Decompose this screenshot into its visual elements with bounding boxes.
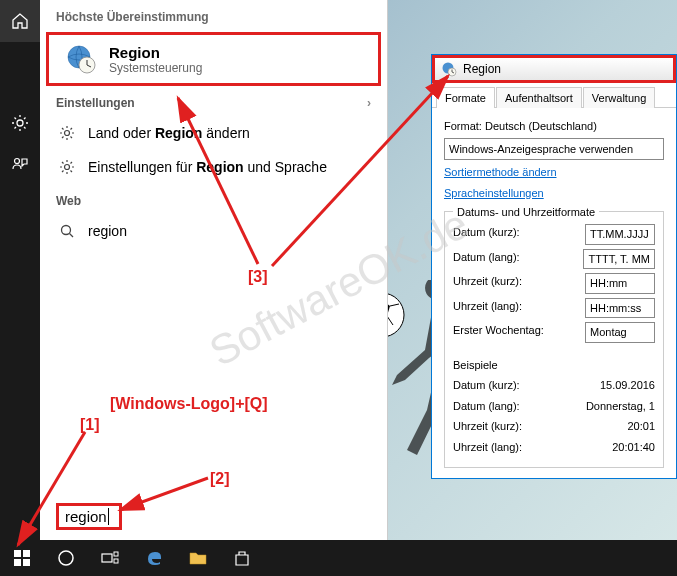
best-match-header: Höchste Übereinstimmung	[40, 0, 387, 32]
example-time-long: Uhrzeit (lang):20:01:40	[453, 439, 655, 456]
search-rail	[0, 0, 40, 540]
edge-button[interactable]	[132, 540, 176, 576]
date-long-field[interactable]: TTTT, T. MM	[583, 249, 655, 270]
tab-formate[interactable]: Formate	[436, 87, 495, 108]
dialog-title-bar[interactable]: Region	[432, 55, 676, 83]
time-long-field[interactable]: HH:mm:ss	[585, 298, 655, 319]
tab-verwaltung[interactable]: Verwaltung	[583, 87, 655, 108]
date-short-field[interactable]: TT.MM.JJJJ	[585, 224, 655, 245]
gear-icon	[58, 158, 76, 176]
gear-icon	[58, 124, 76, 142]
svg-point-8	[62, 226, 71, 235]
category-web: Web	[40, 184, 387, 214]
chevron-right-icon: ›	[367, 96, 371, 110]
first-weekday-field[interactable]: Montag	[585, 322, 655, 343]
windows-logo-icon	[14, 550, 30, 566]
home-icon[interactable]	[0, 0, 40, 42]
globe-clock-icon	[441, 61, 457, 77]
store-icon	[233, 550, 251, 566]
svg-rect-12	[14, 550, 21, 557]
dialog-title: Region	[463, 62, 501, 76]
feedback-icon[interactable]	[0, 144, 40, 186]
example-time-short: Uhrzeit (kurz):20:01	[453, 418, 655, 435]
svg-rect-15	[23, 559, 30, 566]
task-view-button[interactable]	[88, 540, 132, 576]
svg-rect-19	[114, 559, 118, 563]
examples-label: Beispiele	[453, 357, 655, 374]
row-time-short: Uhrzeit (kurz):HH:mm	[453, 273, 655, 294]
format-label: Format:	[444, 120, 482, 132]
result-label: region	[88, 223, 127, 239]
folder-icon	[189, 551, 207, 565]
start-button[interactable]	[0, 540, 44, 576]
datetime-formats-group: Datums- und Uhrzeitformate Datum (kurz):…	[444, 211, 664, 468]
example-date-long: Datum (lang):Donnerstag, 1	[453, 398, 655, 415]
annotation-2: [2]	[210, 470, 230, 488]
link-language-settings[interactable]: Spracheinstellungen	[444, 185, 664, 202]
task-view-icon	[101, 551, 119, 565]
annotation-1: [1]	[80, 416, 100, 434]
cortana-button[interactable]	[44, 540, 88, 576]
search-icon	[58, 222, 76, 240]
group-legend: Datums- und Uhrzeitformate	[453, 204, 599, 221]
top-result-title: Region	[109, 44, 202, 61]
top-result-subtitle: Systemsteuerung	[109, 61, 202, 75]
format-value: Deutsch (Deutschland)	[485, 120, 597, 132]
svg-point-2	[17, 120, 23, 126]
search-panel: Höchste Übereinstimmung Region Systemste…	[40, 0, 388, 540]
dialog-tabs: Formate Aufenthaltsort Verwaltung	[432, 83, 676, 108]
row-time-long: Uhrzeit (lang):HH:mm:ss	[453, 298, 655, 319]
row-date-short: Datum (kurz):TT.MM.JJJJ	[453, 224, 655, 245]
edge-icon	[145, 549, 163, 567]
link-sort-method[interactable]: Sortiermethode ändern	[444, 164, 664, 181]
region-dialog: Region Formate Aufenthaltsort Verwaltung…	[431, 54, 677, 479]
search-input[interactable]: region	[56, 503, 122, 530]
display-language-combo[interactable]: Windows-Anzeigesprache verwenden	[444, 138, 664, 161]
annotation-hint: [Windows-Logo]+[Q]	[110, 395, 268, 413]
result-land-region[interactable]: Land oder Region ändern	[40, 116, 387, 150]
svg-point-3	[15, 159, 20, 164]
cortana-circle-icon	[57, 549, 75, 567]
result-label: Einstellungen für Region und Sprache	[88, 159, 327, 175]
gear-icon[interactable]	[0, 102, 40, 144]
globe-clock-icon	[65, 43, 97, 75]
row-date-long: Datum (lang):TTTT, T. MM	[453, 249, 655, 270]
result-web-region[interactable]: region	[40, 214, 387, 248]
time-short-field[interactable]: HH:mm	[585, 273, 655, 294]
svg-point-7	[65, 165, 70, 170]
svg-point-16	[59, 551, 73, 565]
svg-point-6	[65, 131, 70, 136]
svg-rect-14	[14, 559, 21, 566]
svg-rect-13	[23, 550, 30, 557]
example-date-short: Datum (kurz):15.09.2016	[453, 377, 655, 394]
taskbar	[0, 540, 677, 576]
result-region-sprache[interactable]: Einstellungen für Region und Sprache	[40, 150, 387, 184]
top-result-region[interactable]: Region Systemsteuerung	[46, 32, 381, 86]
svg-rect-18	[114, 552, 118, 556]
explorer-button[interactable]	[176, 540, 220, 576]
annotation-3: [3]	[248, 268, 268, 286]
store-button[interactable]	[220, 540, 264, 576]
dialog-body: Format: Deutsch (Deutschland) Windows-An…	[432, 107, 676, 478]
category-settings[interactable]: Einstellungen ›	[40, 86, 387, 116]
svg-rect-17	[102, 554, 112, 562]
row-first-weekday: Erster Wochentag:Montag	[453, 322, 655, 343]
result-label: Land oder Region ändern	[88, 125, 250, 141]
svg-line-9	[70, 234, 74, 238]
tab-aufenthaltsort[interactable]: Aufenthaltsort	[496, 87, 582, 108]
